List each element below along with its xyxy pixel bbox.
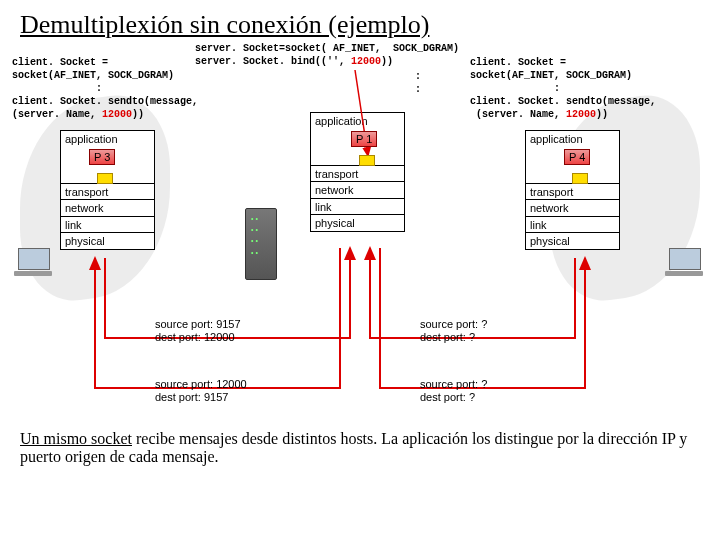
socket-left [97,173,113,184]
packet-1: source port: 9157 dest port: 12000 [155,318,241,344]
layer-transport-left: transport [60,183,155,201]
mid-dots-2: : [415,83,421,96]
layer-physical-right: physical [525,232,620,250]
right-code-l5a: (server. Name, [470,109,566,120]
layer-application-right-label: application [530,133,583,145]
left-code-l3: : [12,82,198,95]
right-code-l2: socket(AF_INET, SOCK_DGRAM) [470,69,656,82]
socket-right [572,173,588,184]
process-p1: P 1 [351,131,377,147]
packet-3-dst: dest port: ? [420,331,487,344]
packet-1-dst: dest port: 12000 [155,331,241,344]
left-client-code: client. Socket = socket(AF_INET, SOCK_DG… [12,56,198,121]
right-code-l1: client. Socket = [470,56,656,69]
packet-3-src: source port: ? [420,318,487,331]
slide-title: Demultiplexión sin conexión (ejemplo) [20,10,700,40]
footer-bold: Un mismo socket [20,430,132,447]
process-p4: P 4 [564,149,590,165]
right-code-l3: : [470,82,656,95]
stack-right: application P 4 transport network link p… [525,130,620,249]
layer-transport-mid: transport [310,165,405,183]
server-code-l2a: server. Socket. bind(('', [195,56,351,67]
process-p3: P 3 [89,149,115,165]
left-code-l5a: (server. Name, [12,109,102,120]
layer-network-mid: network [310,181,405,199]
diagram-area: server. Socket=socket( AF_INET, SOCK_DGR… [20,48,700,428]
layer-physical-mid: physical [310,214,405,232]
layer-physical-left: physical [60,232,155,250]
server-icon [245,208,277,280]
layer-transport-right: transport [525,183,620,201]
packet-3: source port: ? dest port: ? [420,318,487,344]
mid-dots-1: : [415,70,421,83]
packet-4-dst: dest port: ? [420,391,487,404]
packet-4: source port: ? dest port: ? [420,378,487,404]
socket-mid [359,155,375,166]
layer-network-right: network [525,199,620,217]
stack-mid: application P 1 transport network link p… [310,112,405,231]
left-code-l5b: )) [132,109,144,120]
layer-application-mid-label: application [315,115,368,127]
stack-left: application P 3 transport network link p… [60,130,155,249]
layer-link-right: link [525,216,620,234]
layer-application-mid: application P 1 [310,112,405,166]
packet-2: source port: 12000 dest port: 9157 [155,378,247,404]
left-code-l2: socket(AF_INET, SOCK_DGRAM) [12,69,198,82]
left-code-l4: client. Socket. sendto(message, [12,95,198,108]
server-bind-port: 12000 [351,56,381,67]
packet-2-dst: dest port: 9157 [155,391,247,404]
layer-application-left: application P 3 [60,130,155,184]
server-code: server. Socket=socket( AF_INET, SOCK_DGR… [195,42,459,68]
layer-network-left: network [60,199,155,217]
packet-4-src: source port: ? [420,378,487,391]
layer-application-right: application P 4 [525,130,620,184]
packet-2-src: source port: 12000 [155,378,247,391]
laptop-left-icon [14,248,52,276]
server-code-l1: server. Socket=socket( AF_INET, SOCK_DGR… [195,43,459,54]
right-code-l5b: )) [596,109,608,120]
footer-text: Un mismo socket recibe mensajes desde di… [20,430,700,466]
right-code-l4: client. Socket. sendto(message, [470,95,656,108]
left-code-l1: client. Socket = [12,56,198,69]
packet-1-src: source port: 9157 [155,318,241,331]
left-send-port: 12000 [102,109,132,120]
server-code-l2b: )) [381,56,393,67]
right-client-code: client. Socket = socket(AF_INET, SOCK_DG… [470,56,656,121]
right-send-port: 12000 [566,109,596,120]
laptop-right-icon [665,248,703,276]
layer-link-left: link [60,216,155,234]
layer-application-label: application [65,133,118,145]
layer-link-mid: link [310,198,405,216]
